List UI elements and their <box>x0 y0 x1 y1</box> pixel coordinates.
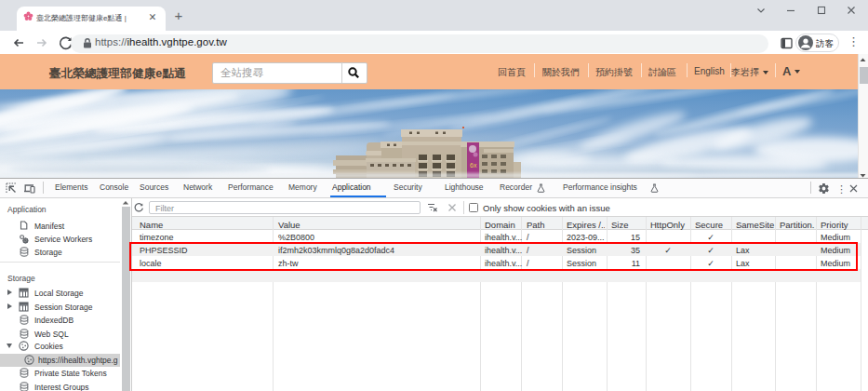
svg-text:6x: 6x <box>470 162 477 169</box>
